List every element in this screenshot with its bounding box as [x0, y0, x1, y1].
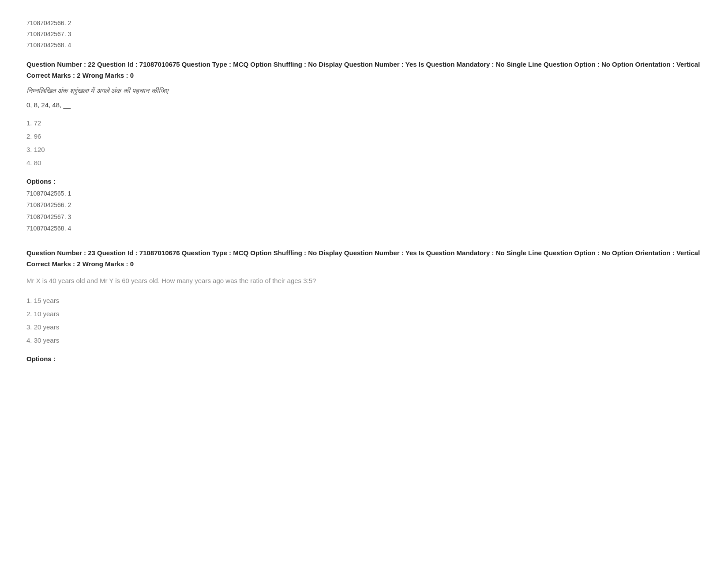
question-23-option-3: 3. 20 years [26, 321, 702, 334]
question-22-text-hindi: निम्नलिखित अंक श्रृंखला में अगले अंक की … [26, 87, 702, 95]
question-23-text-english: Mr X is 40 years old and Mr Y is 60 year… [26, 276, 702, 286]
question-22-section: Question Number : 22 Question Id : 71087… [26, 59, 702, 234]
question-23-section: Question Number : 23 Question Id : 71087… [26, 248, 702, 363]
question-22-option-2: 2. 96 [26, 130, 702, 143]
question-23-option-1: 1. 15 years [26, 294, 702, 307]
top-option-id-2: 71087042567. 3 [26, 29, 702, 40]
question-23-option-4: 4. 30 years [26, 334, 702, 347]
top-option-id-1: 71087042566. 2 [26, 18, 702, 29]
question-22-opt-id-3: 71087042567. 3 [26, 211, 702, 223]
top-option-ids: 71087042566. 2 71087042567. 3 7108704256… [26, 18, 702, 51]
question-22-sequence: 0, 8, 24, 48, __ [26, 101, 702, 109]
question-22-opt-id-1: 71087042565. 1 [26, 188, 702, 200]
question-22-header: Question Number : 22 Question Id : 71087… [26, 59, 702, 70]
question-22-opt-id-4: 71087042568. 4 [26, 223, 702, 234]
question-23-options-label: Options : [26, 355, 702, 363]
question-22-option-4: 4. 80 [26, 156, 702, 170]
question-22-option-3: 3. 120 [26, 143, 702, 156]
question-22-opt-id-2: 71087042566. 2 [26, 199, 702, 211]
top-option-id-3: 71087042568. 4 [26, 40, 702, 51]
question-23-option-2: 2. 10 years [26, 307, 702, 321]
question-22-option-ids: 71087042565. 1 71087042566. 2 7108704256… [26, 188, 702, 234]
question-23-header: Question Number : 23 Question Id : 71087… [26, 248, 702, 258]
question-23-marks: Correct Marks : 2 Wrong Marks : 0 [26, 260, 702, 268]
question-22-option-1: 1. 72 [26, 117, 702, 130]
question-22-marks: Correct Marks : 2 Wrong Marks : 0 [26, 72, 702, 79]
question-22-options-label: Options : [26, 178, 702, 185]
question-22-options-list: 1. 72 2. 96 3. 120 4. 80 [26, 117, 702, 170]
question-23-options-list: 1. 15 years 2. 10 years 3. 20 years 4. 3… [26, 294, 702, 347]
